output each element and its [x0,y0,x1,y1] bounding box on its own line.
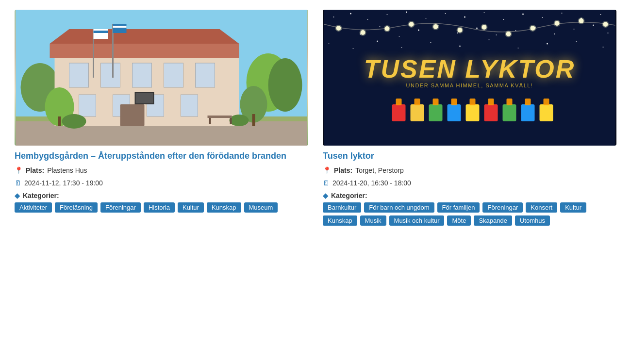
tag-kunskap-2[interactable]: Kunskap [323,215,357,226]
svg-rect-115 [488,99,494,105]
tag-foreningar-1[interactable]: Föreningar [100,202,141,213]
place-value-1: Plastens Hus [47,166,87,174]
svg-rect-108 [429,104,443,121]
svg-point-70 [401,47,402,48]
svg-rect-113 [470,99,476,105]
svg-rect-117 [507,99,513,105]
svg-point-38 [350,13,351,15]
svg-rect-118 [521,104,535,121]
tag-musik[interactable]: Musik [360,215,386,226]
tag-barnkultur[interactable]: Barnkultur [323,202,361,213]
tag-mote[interactable]: Möte [447,215,471,226]
svg-rect-23 [113,24,127,33]
tag-kultur-2[interactable]: Kultur [560,202,586,213]
svg-text:TUSEN LYKTOR: TUSEN LYKTOR [364,55,576,83]
svg-point-65 [593,25,594,26]
svg-point-42 [426,18,427,19]
diamond-icon-2: ◆ [323,192,328,199]
tags-container-2: Barnkultur För barn och ungdom För famil… [323,202,616,226]
event-date-2: 🗓 2024-11-20, 16:30 - 18:00 [323,179,616,187]
event-title-1[interactable]: Hembygdsgården – Återuppstånden efter de… [15,150,308,162]
svg-point-85 [408,21,415,28]
svg-point-77 [603,47,604,48]
calendar-icon-1: 🗓 [15,179,21,187]
tag-skapande[interactable]: Skapande [474,215,512,226]
svg-point-32 [230,115,249,126]
svg-point-39 [367,19,368,20]
svg-point-60 [496,34,497,35]
svg-point-71 [431,42,432,43]
tag-kunskap-1[interactable]: Kunskap [207,202,241,213]
event-title-2[interactable]: Tusen lyktor [323,150,616,162]
tag-aktiviteter[interactable]: Aktiviteter [15,202,52,213]
svg-point-47 [522,14,524,15]
svg-rect-22 [94,31,108,33]
svg-point-64 [574,29,575,30]
svg-rect-30 [136,93,153,103]
svg-marker-7 [50,44,239,58]
svg-rect-11 [133,63,152,87]
svg-point-54 [380,26,381,27]
svg-rect-121 [544,99,549,105]
svg-point-76 [576,41,577,42]
svg-point-66 [608,33,609,33]
svg-point-73 [489,39,490,40]
place-label-1: Plats: [26,166,44,174]
tag-kultur-1[interactable]: Kultur [178,202,204,213]
svg-rect-116 [503,104,516,121]
svg-rect-24 [113,26,127,28]
tag-for-familjen[interactable]: För familjen [437,202,480,213]
svg-rect-18 [120,104,145,126]
location-icon-2: 📍 [323,166,331,174]
svg-point-69 [377,41,378,42]
categories-label-1: ◆ Kategorier: [15,192,59,199]
svg-point-91 [481,24,488,31]
tag-historia[interactable]: Historia [144,202,175,213]
tag-foreningar-2[interactable]: Föreningar [482,202,523,213]
tag-utomhus[interactable]: Utomhus [515,215,550,226]
lyktor-image-inner: TUSEN LYKTOR UNDER SAMMA HIMMEL, SAMMA K… [323,10,616,146]
tags-container-1: Aktiviteter Föreläsning Föreningar Histo… [15,202,278,213]
svg-rect-114 [484,104,498,121]
svg-text:UNDER SAMMA HIMMEL, SAMMA KVÄL: UNDER SAMMA HIMMEL, SAMMA KVÄLL! [406,83,533,88]
event-card-2: TUSEN LYKTOR UNDER SAMMA HIMMEL, SAMMA K… [323,10,616,226]
event-date-1: 🗓 2024-11-12, 17:30 - 19:00 [15,179,308,187]
tag-konsert[interactable]: Konsert [526,202,557,213]
tag-for-barn[interactable]: För barn och ungdom [364,202,434,213]
date-value-2: 2024-11-20, 16:30 - 18:00 [332,179,411,187]
svg-point-3 [268,58,302,112]
svg-marker-8 [50,29,239,44]
svg-point-49 [562,13,563,14]
svg-point-83 [384,25,391,32]
svg-rect-105 [396,99,402,105]
event-image-1 [15,10,308,146]
svg-rect-13 [196,63,215,87]
tag-museum[interactable]: Museum [244,202,278,213]
svg-point-97 [554,20,561,27]
svg-point-41 [406,12,407,13]
svg-rect-9 [69,63,89,87]
event-categories-2: ◆ Kategorier: Barnkultur För barn och un… [323,192,616,226]
svg-rect-34 [209,118,211,124]
svg-rect-17 [181,95,198,116]
tag-musik-kultur[interactable]: Musik och kultur [389,215,445,226]
svg-point-40 [387,14,388,15]
svg-point-93 [505,31,512,37]
svg-rect-120 [540,104,553,121]
calendar-icon-2: 🗓 [323,179,330,187]
svg-point-55 [399,36,400,37]
svg-point-31 [62,114,86,129]
event-card-1: Hembygdsgården – Återuppstånden efter de… [15,10,308,226]
location-icon-1: 📍 [15,166,23,174]
svg-point-63 [554,33,555,34]
tag-forelasning[interactable]: Föreläsning [55,202,98,213]
svg-point-72 [459,46,461,47]
svg-point-67 [329,43,330,44]
svg-rect-111 [451,99,457,105]
svg-point-87 [432,23,439,30]
event-place-1: 📍 Plats: Plastens Hus [15,166,308,174]
event-categories-1: ◆ Kategorier: Aktiviteter Föreläsning Fö… [15,192,308,213]
svg-point-89 [457,27,464,33]
svg-rect-12 [164,63,183,87]
date-value-1: 2024-11-12, 17:30 - 19:00 [24,179,103,187]
